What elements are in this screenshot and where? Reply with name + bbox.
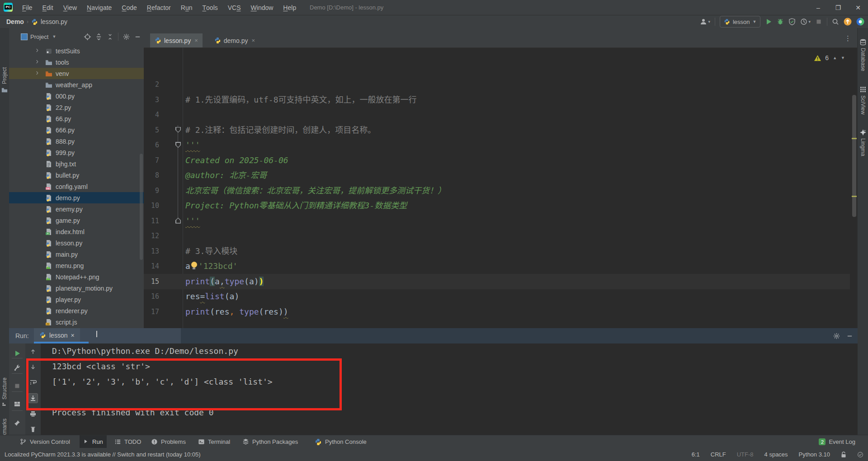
menu-navigate[interactable]: Navigate [82,0,117,15]
sidebar-item-structure[interactable]: Structure [0,371,9,400]
lock-icon[interactable] [841,452,846,458]
tab-demo-py[interactable]: demo.py× [210,33,259,47]
collapse-all-button[interactable] [107,33,113,40]
close-icon[interactable]: × [194,37,198,44]
tree-item-planetary-motion-py[interactable]: planetary_motion.py [9,282,144,294]
prev-warning-icon[interactable]: ▲ [833,56,837,60]
minimize-button[interactable]: – [808,0,828,15]
code-line[interactable]: # 1.先设置编码，utf-8可支持中英文，如上，一般放在第一行 [185,92,417,108]
tree-item-renderer-py[interactable]: renderer.py [9,305,144,316]
tree-item-demo-py[interactable]: demo.py [9,192,144,203]
search-everywhere-button[interactable] [832,18,839,25]
code-line[interactable]: Created on 2025-06-06 [185,153,288,168]
tree-item-888-py[interactable]: 888.py [9,136,144,147]
python-interpreter[interactable]: Python 3.10 [799,451,830,458]
sidebar-item-project[interactable]: Project [0,61,9,84]
tool-window-button-problems[interactable]: Problems [147,435,189,448]
debug-button[interactable] [777,18,784,25]
chevron-down-icon[interactable]: ▼ [52,34,56,39]
settings-button[interactable] [123,33,130,40]
run-button[interactable] [765,18,772,25]
tree-item-lesson-py[interactable]: lesson.py [9,237,144,249]
profiler-button[interactable]: ▾ [800,18,811,25]
structure-icon[interactable] [2,402,7,407]
fold-marker-icon[interactable] [175,127,181,133]
stop-button[interactable] [13,381,22,390]
tree-item-66-py[interactable]: 66.py [9,113,144,124]
tool-window-button-terminal[interactable]: Terminal [194,435,234,448]
inspection-widget[interactable]: 6 ▲ ▼ [814,54,845,61]
sidebar-item-lingma[interactable]: Lingma [858,129,868,156]
menu-tools[interactable]: Tools [198,0,223,15]
tree-item-venv[interactable]: venv [9,68,144,79]
file-encoding[interactable]: UTF-8 [737,451,754,458]
editor-scrollbar[interactable] [852,95,856,217]
coverage-button[interactable] [788,18,796,25]
tool-window-button-python-console[interactable]: Python Console [311,435,370,448]
expand-all-button[interactable] [95,33,102,40]
tool-window-button-todo[interactable]: TODO [111,435,145,448]
menu-view[interactable]: View [58,0,82,15]
tree-item-bjhg-txt[interactable]: bjhg.txt [9,158,144,169]
tree-item-enemy-py[interactable]: enemy.py [9,203,144,215]
tree-item-testsuits[interactable]: testSuits [9,45,144,56]
rerun-button[interactable] [13,349,22,358]
tree-item-player-py[interactable]: player.py [9,294,144,305]
breadcrumb-file[interactable]: lesson.py [41,18,67,25]
tree-item-tools[interactable]: tools [9,56,144,68]
code-line[interactable]: # 3.导入模块 [185,244,237,259]
tree-item-script-js[interactable]: JSscript.js [9,316,144,328]
menu-refactor[interactable]: Refactor [142,0,176,15]
chevron-right-icon[interactable] [35,48,40,54]
code-line[interactable]: res=list(a) [185,289,239,304]
project-tree-scrollbar[interactable] [140,154,143,260]
sidebar-item-sciview[interactable]: SciView [858,86,868,114]
settings-button[interactable] [833,333,840,339]
tree-item-bullet-py[interactable]: bullet.py [9,169,144,181]
tree-item-game-py[interactable]: game.py [9,215,144,226]
settings-button[interactable] [13,363,22,372]
code-line[interactable]: print(res, type(res)) [185,304,288,320]
line-separator[interactable]: CRLF [711,451,726,458]
tool-window-button-run[interactable]: Run [80,435,107,448]
collaboration-icon[interactable]: ▾ [700,18,710,25]
tree-item-999-py[interactable]: 999.py [9,147,144,158]
tree-item-weather-app[interactable]: weather_app [9,79,144,90]
run-configuration-select[interactable]: lesson▼ [720,16,761,28]
code-line[interactable]: Project: Python零基础从入门到精通详细教程3-数据类型 [185,198,407,213]
status-message[interactable]: Localized PyCharm 2021.3.3 is available … [5,451,201,458]
event-log-button[interactable]: 2 Event Log [819,435,855,448]
menu-window[interactable]: Window [246,0,278,15]
menu-file[interactable]: File [17,0,38,15]
fold-marker-icon[interactable] [175,142,181,148]
code-line[interactable]: # 2.注释：包括记录创建时间，创建人，项目名称。 [185,122,376,138]
code-line[interactable]: @author: 北京-宏哥 [185,168,267,183]
close-icon[interactable]: × [252,37,255,44]
menu-help[interactable]: Help [278,0,301,15]
tree-item-main-py[interactable]: main.py [9,249,144,260]
hide-panel-button[interactable] [134,33,141,40]
warning-stripe-mark[interactable] [852,138,857,139]
indent-setting[interactable]: 4 spaces [764,451,788,458]
stop-button[interactable] [815,18,822,25]
breadcrumb-project[interactable]: Demo [6,18,24,25]
tree-item-notepad-png[interactable]: Notepad++.png [9,271,144,282]
close-button[interactable]: ✕ [848,0,868,15]
tool-window-button-python-packages[interactable]: Python Packages [239,435,302,448]
menu-edit[interactable]: Edit [38,0,58,15]
sidebar-item-database[interactable]: Database [858,38,868,71]
code-line[interactable]: ''' [185,213,200,229]
run-tab[interactable]: lesson × [34,328,80,342]
hide-panel-button[interactable] [846,333,853,339]
code-line[interactable]: 北京宏哥（微信搜索：北京宏哥，关注宏哥，提前解锁更多测试干货！） [185,183,446,198]
pin-button[interactable] [13,419,22,428]
layout-button[interactable] [13,400,22,409]
widget-icon[interactable] [857,452,863,458]
warning-stripe-mark[interactable] [852,196,857,197]
tree-item-config-yaml[interactable]: YMLconfig.yaml [9,181,144,192]
fold-marker-icon[interactable] [175,218,181,224]
more-options-icon[interactable]: ⋮ [844,34,851,42]
caret-position[interactable]: 6:1 [692,451,700,458]
chevron-right-icon[interactable] [35,71,40,76]
tab-lesson-py[interactable]: lesson.py× [150,33,203,47]
